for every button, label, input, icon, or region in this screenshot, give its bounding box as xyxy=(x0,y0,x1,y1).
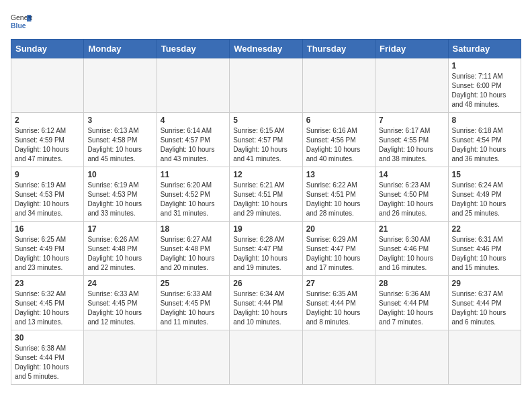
weekday-header-wednesday: Wednesday xyxy=(230,40,302,58)
calendar-cell: 26Sunrise: 6:34 AM Sunset: 4:44 PM Dayli… xyxy=(230,276,302,330)
calendar-cell: 22Sunrise: 6:31 AM Sunset: 4:46 PM Dayli… xyxy=(448,222,521,276)
day-info: Sunrise: 6:20 AM Sunset: 4:52 PM Dayligh… xyxy=(161,181,226,218)
calendar-cell xyxy=(84,58,157,113)
calendar-cell: 4Sunrise: 6:14 AM Sunset: 4:57 PM Daylig… xyxy=(157,113,229,167)
day-info: Sunrise: 6:30 AM Sunset: 4:46 PM Dayligh… xyxy=(379,235,444,273)
calendar-cell xyxy=(157,330,229,385)
weekday-header-monday: Monday xyxy=(84,40,157,58)
calendar-cell: 19Sunrise: 6:28 AM Sunset: 4:47 PM Dayli… xyxy=(230,222,302,276)
day-info: Sunrise: 6:31 AM Sunset: 4:46 PM Dayligh… xyxy=(452,235,517,273)
day-number: 5 xyxy=(233,116,298,125)
day-info: Sunrise: 6:14 AM Sunset: 4:57 PM Dayligh… xyxy=(161,126,226,164)
day-info: Sunrise: 6:18 AM Sunset: 4:54 PM Dayligh… xyxy=(452,126,517,164)
calendar-cell: 6Sunrise: 6:16 AM Sunset: 4:56 PM Daylig… xyxy=(302,113,375,167)
day-info: Sunrise: 6:28 AM Sunset: 4:47 PM Dayligh… xyxy=(233,235,298,273)
calendar-cell: 27Sunrise: 6:35 AM Sunset: 4:44 PM Dayli… xyxy=(302,276,375,330)
weekday-header-tuesday: Tuesday xyxy=(157,40,229,58)
calendar-week-row: 1Sunrise: 7:11 AM Sunset: 6:00 PM Daylig… xyxy=(11,58,521,113)
day-info: Sunrise: 6:25 AM Sunset: 4:49 PM Dayligh… xyxy=(15,235,80,273)
day-info: Sunrise: 6:29 AM Sunset: 4:47 PM Dayligh… xyxy=(306,235,371,273)
day-number: 19 xyxy=(233,224,298,234)
calendar-cell: 23Sunrise: 6:32 AM Sunset: 4:45 PM Dayli… xyxy=(11,276,84,330)
calendar-cell: 7Sunrise: 6:17 AM Sunset: 4:55 PM Daylig… xyxy=(375,113,448,167)
day-info: Sunrise: 7:11 AM Sunset: 6:00 PM Dayligh… xyxy=(452,72,517,109)
calendar-cell xyxy=(375,330,448,385)
day-info: Sunrise: 6:38 AM Sunset: 4:44 PM Dayligh… xyxy=(15,344,80,381)
day-number: 2 xyxy=(15,116,80,125)
day-info: Sunrise: 6:33 AM Sunset: 4:45 PM Dayligh… xyxy=(161,289,226,327)
day-number: 15 xyxy=(452,170,517,179)
calendar-cell: 29Sunrise: 6:37 AM Sunset: 4:44 PM Dayli… xyxy=(448,276,521,330)
day-number: 3 xyxy=(87,116,152,125)
calendar-cell: 5Sunrise: 6:15 AM Sunset: 4:57 PM Daylig… xyxy=(230,113,302,167)
calendar-cell: 20Sunrise: 6:29 AM Sunset: 4:47 PM Dayli… xyxy=(302,222,375,276)
day-number: 16 xyxy=(15,224,80,234)
calendar-cell: 25Sunrise: 6:33 AM Sunset: 4:45 PM Dayli… xyxy=(157,276,229,330)
day-info: Sunrise: 6:24 AM Sunset: 4:49 PM Dayligh… xyxy=(452,181,517,218)
calendar-week-row: 23Sunrise: 6:32 AM Sunset: 4:45 PM Dayli… xyxy=(11,276,521,330)
calendar-cell xyxy=(230,330,302,385)
day-number: 14 xyxy=(379,170,444,179)
calendar-cell xyxy=(157,58,229,113)
weekday-header-row: SundayMondayTuesdayWednesdayThursdayFrid… xyxy=(11,40,521,58)
calendar-cell: 24Sunrise: 6:33 AM Sunset: 4:45 PM Dayli… xyxy=(84,276,157,330)
day-number: 29 xyxy=(452,279,517,288)
day-info: Sunrise: 6:23 AM Sunset: 4:50 PM Dayligh… xyxy=(379,181,444,218)
day-number: 21 xyxy=(379,224,444,234)
day-number: 8 xyxy=(452,116,517,125)
weekday-header-thursday: Thursday xyxy=(302,40,375,58)
day-info: Sunrise: 6:33 AM Sunset: 4:45 PM Dayligh… xyxy=(87,289,152,327)
day-number: 24 xyxy=(87,279,152,288)
day-info: Sunrise: 6:34 AM Sunset: 4:44 PM Dayligh… xyxy=(233,289,298,327)
day-info: Sunrise: 6:17 AM Sunset: 4:55 PM Dayligh… xyxy=(379,126,444,164)
calendar-cell: 9Sunrise: 6:19 AM Sunset: 4:53 PM Daylig… xyxy=(11,167,84,222)
day-info: Sunrise: 6:16 AM Sunset: 4:56 PM Dayligh… xyxy=(306,126,371,164)
calendar-cell xyxy=(448,330,521,385)
weekday-header-sunday: Sunday xyxy=(11,40,84,58)
day-info: Sunrise: 6:35 AM Sunset: 4:44 PM Dayligh… xyxy=(306,289,371,327)
calendar-cell xyxy=(302,58,375,113)
day-number: 22 xyxy=(452,224,517,234)
calendar-week-row: 2Sunrise: 6:12 AM Sunset: 4:59 PM Daylig… xyxy=(11,113,521,167)
calendar-cell: 15Sunrise: 6:24 AM Sunset: 4:49 PM Dayli… xyxy=(448,167,521,222)
day-number: 1 xyxy=(452,61,517,71)
calendar-cell: 13Sunrise: 6:22 AM Sunset: 4:51 PM Dayli… xyxy=(302,167,375,222)
weekday-header-friday: Friday xyxy=(375,40,448,58)
calendar-cell xyxy=(230,58,302,113)
day-number: 11 xyxy=(161,170,226,179)
day-info: Sunrise: 6:21 AM Sunset: 4:51 PM Dayligh… xyxy=(233,181,298,218)
day-info: Sunrise: 6:22 AM Sunset: 4:51 PM Dayligh… xyxy=(306,181,371,218)
day-number: 4 xyxy=(161,116,226,125)
calendar-cell: 11Sunrise: 6:20 AM Sunset: 4:52 PM Dayli… xyxy=(157,167,229,222)
calendar-cell: 16Sunrise: 6:25 AM Sunset: 4:49 PM Dayli… xyxy=(11,222,84,276)
day-info: Sunrise: 6:15 AM Sunset: 4:57 PM Dayligh… xyxy=(233,126,298,164)
svg-text:Blue: Blue xyxy=(11,22,26,30)
day-number: 17 xyxy=(87,224,152,234)
calendar-week-row: 30Sunrise: 6:38 AM Sunset: 4:44 PM Dayli… xyxy=(11,330,521,385)
day-number: 13 xyxy=(306,170,371,179)
day-number: 18 xyxy=(161,224,226,234)
calendar-cell: 17Sunrise: 6:26 AM Sunset: 4:48 PM Dayli… xyxy=(84,222,157,276)
day-number: 10 xyxy=(87,170,152,179)
day-number: 27 xyxy=(306,279,371,288)
weekday-header-saturday: Saturday xyxy=(448,40,521,58)
day-number: 23 xyxy=(15,279,80,288)
day-info: Sunrise: 6:36 AM Sunset: 4:44 PM Dayligh… xyxy=(379,289,444,327)
day-info: Sunrise: 6:37 AM Sunset: 4:44 PM Dayligh… xyxy=(452,289,517,327)
day-number: 20 xyxy=(306,224,371,234)
calendar-cell xyxy=(84,330,157,385)
calendar-cell xyxy=(302,330,375,385)
logo: General Blue xyxy=(11,11,32,32)
calendar-cell: 18Sunrise: 6:27 AM Sunset: 4:48 PM Dayli… xyxy=(157,222,229,276)
day-number: 25 xyxy=(161,279,226,288)
generalblue-logo-icon: General Blue xyxy=(11,11,32,32)
calendar-cell: 3Sunrise: 6:13 AM Sunset: 4:58 PM Daylig… xyxy=(84,113,157,167)
calendar-cell: 21Sunrise: 6:30 AM Sunset: 4:46 PM Dayli… xyxy=(375,222,448,276)
day-info: Sunrise: 6:19 AM Sunset: 4:53 PM Dayligh… xyxy=(15,181,80,218)
day-number: 30 xyxy=(15,333,80,342)
calendar-cell: 8Sunrise: 6:18 AM Sunset: 4:54 PM Daylig… xyxy=(448,113,521,167)
day-number: 6 xyxy=(306,116,371,125)
day-info: Sunrise: 6:27 AM Sunset: 4:48 PM Dayligh… xyxy=(161,235,226,273)
day-number: 26 xyxy=(233,279,298,288)
day-info: Sunrise: 6:26 AM Sunset: 4:48 PM Dayligh… xyxy=(87,235,152,273)
